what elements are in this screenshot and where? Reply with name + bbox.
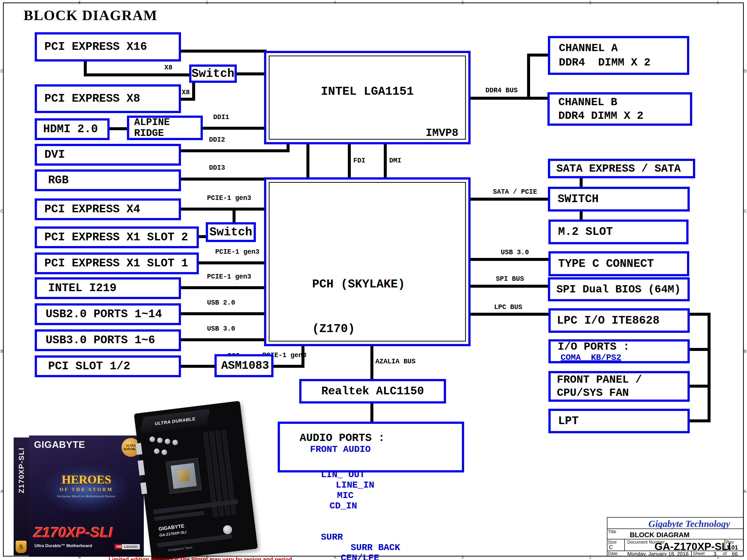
audio-cen-lfe: CEN/LFE <box>341 553 379 560</box>
block-usb3-ports: USB3.0 PORTS 1~6 <box>35 329 181 351</box>
lga1151-label: INTEL LGA1151 <box>266 85 468 98</box>
bus-line-dmi <box>384 143 387 179</box>
audio-line-in: LINE_IN <box>336 480 374 490</box>
bus-label-x8-top: X8 <box>164 64 172 71</box>
block-hdmi: HDMI 2.0 <box>35 118 109 140</box>
zone-letter: A <box>744 489 747 494</box>
zone-number: 2 <box>589 555 591 560</box>
bus-line-x8-box <box>180 98 195 101</box>
front-panel-line2: CPU/SYS FAN <box>557 386 629 400</box>
block-sata-express: SATA EXPRESS / SATA <box>548 159 695 178</box>
bus-label-x8-mid: X8 <box>182 89 190 96</box>
tb-sheet: 3 <box>714 551 717 557</box>
block-dvi: DVI <box>35 144 181 166</box>
box-front: GIGABYTE ULTRA DURABLE HEROES OF THE STO… <box>29 435 144 557</box>
front-panel-line1: FRONT PANEL / <box>557 373 642 386</box>
block-lpt: LPT <box>548 409 690 433</box>
block-m2-slot: M.2 SLOT <box>548 220 689 244</box>
bus-label-sata-pcie: SATA / PCIE <box>493 188 537 196</box>
block-pci-express-x16: PCI EXPRESS X16 <box>35 32 181 61</box>
channel-a-line2: DDR4 DIMM X 2 <box>559 55 650 70</box>
retail-box-photo: Z170XP-SLI S GIGABYTE ULTRA DURABLE HERO… <box>14 435 144 557</box>
tb-divider <box>624 539 625 551</box>
imvp8-label: IMVP8 <box>426 127 458 139</box>
audio-lin-out: LIN_ OUT <box>321 469 365 480</box>
audio-front: FRONT AUDIO <box>310 444 371 455</box>
bus-label-lpc: LPC BUS <box>494 304 522 311</box>
tb-date: Monday, January 18, 2016 <box>627 551 689 557</box>
tb-title-label: Title <box>608 529 616 534</box>
block-pci-express-x1-slot2: PCI EXPRESS X1 SLOT 2 <box>35 226 199 248</box>
bus-line-sata-pcie <box>470 198 549 201</box>
bus-line-switch-to-cpu <box>236 72 266 75</box>
zone-number: 5 <box>206 0 208 5</box>
bus-line-fp-branch <box>689 385 711 388</box>
block-intel-i219: INTEL I219 <box>35 277 181 299</box>
schematic-sheet: 6 5 4 3 2 1 6 5 4 3 2 1 D C B A D C B A … <box>0 0 747 560</box>
heroes-line1: HEROES <box>29 473 144 486</box>
shield-emblem: S <box>16 541 27 553</box>
block-type-c: TYPE C CONNECT <box>548 251 689 276</box>
block-audio-ports: AUDIO PORTS : FRONT AUDIO LIN_ OUT LINE_… <box>278 422 464 473</box>
audio-cd-in: CD_IN <box>330 501 357 511</box>
bus-line-x4 <box>180 208 265 210</box>
zone-letter: D <box>744 69 747 73</box>
block-spi-dual-bios: SPI Dual BIOS (64M) <box>548 277 690 301</box>
tb-border <box>607 539 744 539</box>
block-switch-mid: Switch <box>206 222 256 242</box>
io-ports-line2: COMA KB/PS2 <box>561 353 621 362</box>
alpine-line1: ALPINE <box>134 117 170 128</box>
zone-number: 6 <box>78 0 81 5</box>
block-lpc-io: LPC I/O ITE8628 <box>548 308 690 333</box>
lga-badge: LGA1151 <box>122 544 140 549</box>
block-channel-a: CHANNEL A DDR4 DIMM X 2 <box>548 36 689 75</box>
block-switch-top: Switch <box>189 65 237 83</box>
bus-label-dmi: DMI <box>389 157 402 164</box>
bus-label-ddi2: DDI2 <box>209 136 225 144</box>
bus-label-ddr4: DDR4 BUS <box>485 87 518 94</box>
bus-line-lpt-branch <box>689 419 711 422</box>
block-front-panel: FRONT PANEL / CPU/SYS FAN <box>548 371 690 402</box>
bus-label-ddi3: DDI3 <box>209 164 225 172</box>
bus-line-fdi <box>348 143 351 179</box>
block-pci-express-x8: PCI EXPRESS X8 <box>35 84 181 113</box>
zone-number: 3 <box>461 0 464 5</box>
zone-letter: B <box>0 349 3 354</box>
bus-line-ddi3-up <box>306 143 309 181</box>
bus-line-pci <box>180 365 215 368</box>
bus-line-audio <box>370 403 374 423</box>
channel-b-line2: DDR4 DIMM X 2 <box>558 109 643 123</box>
box-tagline: Ultra Durable™ Motherboard <box>34 543 92 548</box>
motherboard-photo: ULTRA DURABLE GIGABYTE GA-Z170XP-SLI Des… <box>134 401 258 560</box>
bus-line-asm <box>273 365 305 368</box>
zone-letter: C <box>744 209 747 213</box>
zone-letter: D <box>0 69 3 73</box>
audio-surr-back: SURR BACK <box>351 542 400 553</box>
bus-line-usb3 <box>180 338 265 341</box>
tb-title: BLOCK DIAGRAM <box>630 531 690 539</box>
zone-number: 4 <box>334 0 336 5</box>
pch-line1: PCH (SKYLAKE) <box>312 277 405 292</box>
bus-line-switch-down <box>192 82 195 100</box>
bus-line-ddr4-cha <box>527 54 549 56</box>
tb-rev: 1.01 <box>726 544 738 551</box>
block-intel-lga1151: INTEL LGA1151 IMVP8 <box>264 51 470 144</box>
bus-line-lpc-trunk-h <box>689 313 711 316</box>
zone-letter: B <box>744 349 747 354</box>
pch-line2: (Z170) <box>312 322 405 336</box>
block-pci-express-x4: PCI EXPRESS X4 <box>35 198 181 220</box>
bus-line-x16 <box>180 50 266 53</box>
audio-surr: SURR <box>321 532 343 542</box>
tb-size: C <box>609 544 613 551</box>
block-pci-slot: PCI SLOT 1/2 <box>35 355 181 377</box>
heroes-line2: OF THE STORM <box>29 487 144 492</box>
bus-line-slot1 <box>198 261 265 264</box>
tb-sheet-label: Sheet <box>693 551 704 556</box>
block-io-ports: I/O PORTS : COMA KB/PS2 <box>548 339 690 363</box>
cpu-socket <box>166 458 202 494</box>
pch-label: PCH (SKYLAKE) (Z170) <box>312 247 405 366</box>
socket-pins <box>177 469 190 482</box>
bus-line-switch-m2 <box>579 210 583 221</box>
zone-number: 1 <box>717 555 719 560</box>
bus-line-spi <box>470 285 549 288</box>
